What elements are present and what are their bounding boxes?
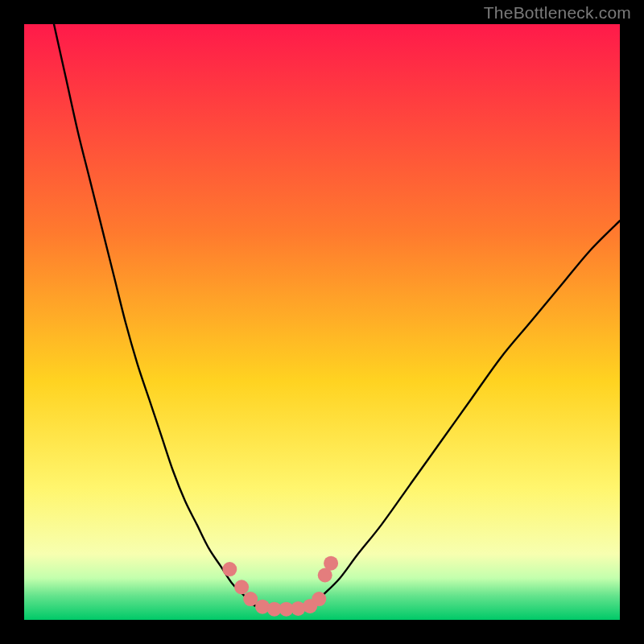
data-marker — [324, 556, 338, 571]
data-marker — [255, 600, 270, 614]
watermark-text: TheBottleneck.com — [484, 3, 631, 23]
bottleneck-chart — [24, 24, 620, 620]
data-marker — [243, 592, 258, 606]
chart-frame: TheBottleneck.com — [0, 0, 644, 644]
data-marker — [312, 592, 326, 606]
data-marker — [222, 562, 237, 576]
data-marker — [234, 580, 249, 594]
data-marker — [291, 601, 305, 616]
